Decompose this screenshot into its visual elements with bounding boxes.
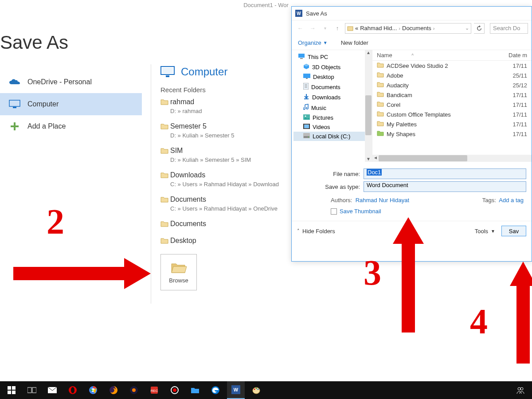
- column-name[interactable]: Name ^: [377, 52, 501, 59]
- taskbar-taskview-button[interactable]: [23, 381, 41, 399]
- breadcrumb-bar[interactable]: « Rahmad Hid... › Documents › ⌄: [345, 23, 471, 34]
- browse-button[interactable]: Browse: [160, 254, 197, 290]
- folder-icon: [377, 82, 384, 89]
- taskbar-chrome-icon[interactable]: [84, 381, 102, 399]
- recent-folder-item[interactable]: rahmadD: » rahmad: [170, 98, 293, 114]
- svg-rect-13: [303, 74, 310, 78]
- tree-item[interactable]: Videos: [293, 122, 372, 132]
- taskbar: REC W: [0, 381, 532, 399]
- column-date[interactable]: Date m: [501, 52, 527, 59]
- tags-label: Tags:: [482, 197, 496, 203]
- taskbar-opera-icon[interactable]: [64, 381, 82, 399]
- new-folder-button[interactable]: New folder: [341, 39, 368, 46]
- folder-icon: [377, 121, 384, 128]
- svg-point-58: [258, 389, 259, 390]
- crumb-prefix: «: [355, 25, 358, 31]
- taskbar-mail-icon[interactable]: [43, 381, 61, 399]
- file-row[interactable]: Corel17/11: [372, 100, 532, 110]
- recent-folder-item[interactable]: DownloadsC: » Users » Rahmad Hidayat » D…: [170, 171, 293, 188]
- file-row[interactable]: My Shapes17/11: [372, 129, 532, 139]
- taskbar-paint-icon[interactable]: [247, 381, 265, 399]
- taskbar-word-icon[interactable]: W: [227, 381, 245, 399]
- hide-folders-button[interactable]: ˄ Hide Folders: [297, 228, 335, 235]
- folder-path: D: » Kuliah » Semester 5 » SIM: [170, 156, 293, 163]
- svg-marker-29: [124, 258, 151, 289]
- folder-icon: [347, 25, 353, 31]
- file-row[interactable]: Audacity25/12: [372, 80, 532, 90]
- tools-button[interactable]: Tools ▼: [475, 228, 495, 235]
- scroll-up-icon[interactable]: ▲: [366, 50, 371, 55]
- nav-back-button[interactable]: ←: [295, 23, 305, 33]
- file-h-scrollbar[interactable]: ◄: [372, 155, 532, 162]
- tree-item[interactable]: Desktop: [293, 72, 372, 82]
- tree-item[interactable]: Music: [293, 102, 372, 113]
- tree-label: Local Disk (C:): [313, 133, 350, 140]
- tree-item[interactable]: Local Disk (C:): [293, 132, 372, 141]
- taskbar-record-button-icon[interactable]: [166, 381, 184, 399]
- save-locations-list: OneDrive - Personal Computer Add a Place: [0, 71, 142, 137]
- tree-scrollbar[interactable]: ▲ ▼: [365, 50, 372, 162]
- nav-forward-button[interactable]: →: [308, 23, 317, 33]
- taskbar-recorder-icon[interactable]: REC: [145, 381, 163, 399]
- file-row[interactable]: Adobe25/11: [372, 70, 532, 80]
- svg-rect-6: [162, 68, 173, 73]
- save-button[interactable]: Sav: [501, 226, 526, 236]
- taskbar-firefox-icon[interactable]: [105, 381, 122, 399]
- tree-item[interactable]: Documents: [293, 82, 372, 92]
- scroll-left-icon[interactable]: ◄: [373, 155, 378, 160]
- file-row[interactable]: My Palettes17/11: [372, 119, 532, 129]
- recent-folder-item[interactable]: Documents: [170, 220, 293, 229]
- file-row[interactable]: ACDSee Video Studio 217/11: [372, 61, 532, 70]
- taskbar-people-icon[interactable]: [512, 381, 529, 399]
- location-add-place[interactable]: Add a Place: [0, 115, 142, 137]
- chevron-down-icon: ▼: [323, 40, 328, 45]
- taskbar-edge-icon[interactable]: [207, 381, 224, 399]
- save-thumbnail-checkbox[interactable]: [331, 208, 337, 215]
- file-date: 17/11: [501, 131, 527, 137]
- folder-icon: [377, 62, 384, 69]
- add-place-icon: [9, 121, 20, 131]
- search-input[interactable]: Search Do: [490, 23, 528, 34]
- recent-folder-item[interactable]: Semester 5D: » Kuliah » Semester 5: [170, 122, 293, 139]
- saveastype-select[interactable]: Word Document: [364, 181, 526, 192]
- taskbar-start-button[interactable]: [3, 381, 20, 399]
- recent-folder-item[interactable]: Desktop: [170, 237, 293, 246]
- tree-item[interactable]: 3D Objects: [293, 62, 372, 72]
- file-list: Name ^ Date m ACDSee Video Studio 217/11…: [372, 50, 532, 162]
- scroll-down-icon[interactable]: ▼: [366, 156, 371, 162]
- tags-value[interactable]: Add a tag: [499, 197, 524, 203]
- annotation-arrow-up: [510, 262, 532, 364]
- chevron-down-icon[interactable]: ⌄: [465, 25, 469, 31]
- crumb-part[interactable]: Documents: [402, 25, 431, 31]
- taskbar-app-icon[interactable]: [125, 381, 143, 399]
- crumb-part[interactable]: Rahmad Hid...: [360, 25, 397, 31]
- file-row[interactable]: Custom Office Templates17/11: [372, 110, 532, 119]
- scroll-thumb[interactable]: [365, 95, 372, 135]
- folder-path: C: » Users » Rahmad Hidayat » OneDrive: [170, 205, 293, 212]
- folder-path: D: » Kuliah » Semester 5: [170, 132, 293, 139]
- filename-input[interactable]: Doc1: [364, 168, 526, 179]
- page-title: Save As: [0, 32, 68, 53]
- taskbar-folder-icon[interactable]: [186, 381, 204, 399]
- recent-folder-item[interactable]: SIMD: » Kuliah » Semester 5 » SIM: [170, 147, 293, 163]
- nav-recent-dropdown[interactable]: ▾: [320, 23, 330, 33]
- svg-rect-7: [166, 75, 169, 77]
- file-name: My Palettes: [387, 121, 417, 128]
- svg-rect-28: [13, 267, 124, 280]
- refresh-button[interactable]: [474, 23, 485, 34]
- organize-button[interactable]: Organize ▼: [298, 39, 328, 46]
- scroll-thumb[interactable]: [379, 155, 467, 161]
- location-label: Add a Place: [27, 122, 66, 130]
- tree-item[interactable]: Pictures: [293, 113, 372, 122]
- file-row[interactable]: Bandicam17/11: [372, 90, 532, 100]
- location-onedrive[interactable]: OneDrive - Personal: [0, 71, 142, 93]
- nav-up-button[interactable]: ↑: [332, 23, 342, 33]
- location-computer[interactable]: Computer: [0, 93, 142, 115]
- authors-value[interactable]: Rahmad Nur Hidayat: [356, 197, 409, 203]
- tree-item[interactable]: Downloads: [293, 92, 372, 102]
- recent-folder-item[interactable]: DocumentsC: » Users » Rahmad Hidayat » O…: [170, 196, 293, 212]
- svg-marker-30: [393, 217, 424, 244]
- browse-label: Browse: [169, 277, 188, 284]
- tree-item[interactable]: This PC: [293, 52, 372, 62]
- chevron-up-icon: ˄: [297, 228, 300, 234]
